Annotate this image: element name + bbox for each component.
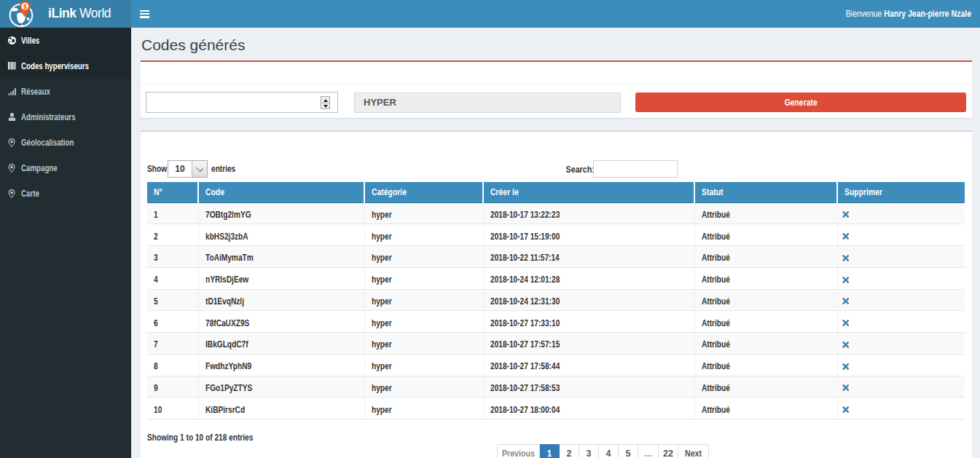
svg-text:$: $ (23, 3, 27, 10)
